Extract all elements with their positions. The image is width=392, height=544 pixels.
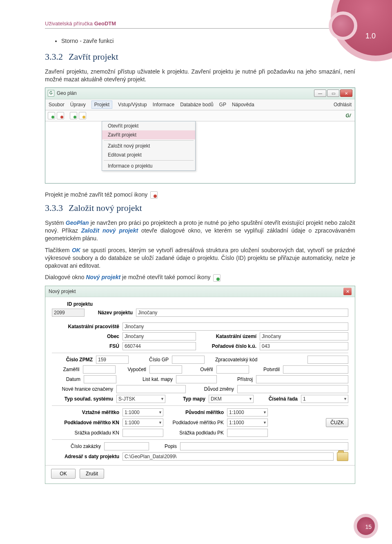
toolbar-new-icon[interactable]: [70, 112, 77, 119]
input-obec[interactable]: [122, 332, 196, 340]
chevron-down-icon: ▼: [263, 421, 267, 425]
bullet-list: Storno - zavře funkci: [61, 38, 355, 44]
menu-vstup-vystup[interactable]: Vstup/Výstup: [118, 102, 147, 107]
select-vztmer[interactable]: 1:1000▼: [122, 408, 163, 416]
dropdown-edit-project[interactable]: Editovat projekt: [102, 150, 195, 159]
cancel-button[interactable]: Zrušit: [80, 469, 104, 479]
menu-projekt[interactable]: Projekt: [91, 101, 112, 109]
select-typsour[interactable]: S-JTSK▼: [116, 395, 165, 403]
toolbar-gp-label: G/: [345, 113, 352, 119]
menubar: Soubor Úpravy Projekt Vstup/Výstup Infor…: [45, 99, 355, 110]
chevron-down-icon: ▼: [158, 410, 162, 414]
select-podpk[interactable]: 1:1000▼: [227, 419, 268, 427]
menu-informace[interactable]: Informace: [153, 102, 174, 107]
dialog-close-button[interactable]: ✕: [343, 288, 352, 295]
label-zpmz: Číslo ZPMZ: [52, 357, 93, 363]
label-vypocetl: Vypočetl: [119, 367, 147, 372]
input-zpmz[interactable]: [96, 356, 129, 364]
menu-napoveda[interactable]: Nápověda: [232, 102, 254, 107]
input-zakazka[interactable]: [104, 442, 149, 450]
toolbar: G/: [45, 110, 355, 121]
menu-gp[interactable]: GP: [219, 102, 226, 107]
dropdown-open-project[interactable]: Otevřít projekt: [102, 121, 195, 130]
version-badge: 1.0: [365, 32, 376, 40]
label-srazkn: Srážka podkladu KN: [52, 430, 119, 436]
toolbar-close-icon[interactable]: [57, 112, 64, 119]
input-hranice[interactable]: [116, 385, 186, 393]
label-nazev: Název projektu: [88, 310, 133, 316]
select-puvmer[interactable]: 1:1000▼: [227, 408, 268, 416]
select-typmapy[interactable]: DKM▼: [209, 395, 254, 403]
select-ciselna[interactable]: 1▼: [301, 395, 348, 403]
label-podkn: Podkladové měřítko KN: [52, 420, 119, 425]
dropdown-new-project[interactable]: Založit nový projekt: [102, 141, 195, 150]
menu-odhlasit[interactable]: Odhlásit: [334, 102, 352, 107]
label-adresar: Adresář s daty projektu: [52, 454, 119, 459]
input-porc[interactable]: [260, 342, 348, 350]
input-datum[interactable]: [84, 375, 116, 383]
keyword-geoplan: GeoPlan: [66, 219, 89, 226]
input-popis[interactable]: [180, 442, 348, 450]
ok-button[interactable]: OK: [51, 469, 76, 479]
input-fsu[interactable]: [122, 342, 196, 350]
folder-browse-icon[interactable]: [337, 452, 348, 461]
cuzk-button[interactable]: ČUZK: [326, 418, 348, 427]
window-buttons: — ▭ ✕: [314, 90, 352, 97]
menu-upravy[interactable]: Úpravy: [70, 102, 86, 107]
minimize-button[interactable]: —: [314, 90, 326, 97]
paragraph: Projekt je možné zavřít též pomocí ikony: [45, 191, 355, 199]
dropdown-close-project[interactable]: Zavřít projekt: [102, 130, 195, 139]
label-datum: Datum: [52, 376, 80, 382]
input-zprkod[interactable]: [307, 356, 348, 364]
toolbar-open-icon[interactable]: [48, 112, 55, 119]
input-srazpk[interactable]: [227, 429, 268, 437]
input-kp[interactable]: [122, 322, 348, 331]
section-heading-333: 3.3.3Založit nový projekt: [45, 203, 355, 213]
input-nazev[interactable]: [136, 309, 348, 317]
input-gp[interactable]: [172, 356, 205, 364]
label-obec: Obec: [52, 334, 119, 339]
input-srazkn[interactable]: [122, 429, 163, 437]
doc-header: Uživatelská příručka GeoDTM: [45, 20, 355, 29]
menu-soubor[interactable]: Soubor: [49, 102, 65, 107]
app-icon: G: [48, 90, 54, 96]
input-vypocetl[interactable]: [149, 365, 182, 374]
label-puvmer: Původní měřítko: [167, 410, 224, 415]
label-podpk: Podkladové měřítko PK: [167, 420, 224, 425]
menu-databaze[interactable]: Databáze bodů: [180, 102, 213, 107]
label-gp: Číslo GP: [132, 357, 169, 363]
select-podkn[interactable]: 1:1000▼: [122, 419, 163, 427]
bullet-item: Storno - zavře funkci: [61, 38, 355, 44]
section-title: Zavřít projekt: [69, 51, 118, 62]
dialog-footer: OK Zrušit: [45, 466, 355, 484]
label-ku: Katastrální území: [199, 334, 256, 339]
label-zakazka: Číslo zakázky: [52, 443, 101, 449]
label-vztmer: Vztažné měřítko: [52, 410, 119, 415]
input-listmap[interactable]: [176, 375, 217, 383]
input-pristroj[interactable]: [256, 375, 348, 383]
chevron-down-icon: ▼: [343, 397, 347, 401]
input-ku[interactable]: [260, 332, 348, 340]
close-button[interactable]: ✕: [340, 90, 352, 97]
input-duvod[interactable]: [237, 385, 348, 393]
maximize-button[interactable]: ▭: [327, 90, 339, 97]
toolbar-edit-icon[interactable]: [79, 112, 86, 119]
input-zameril[interactable]: [83, 365, 116, 374]
label-ciselna: Číselná řada: [257, 396, 298, 402]
paragraph: Zavření projektu, znemožní přístup uživa…: [45, 68, 355, 83]
label-typmapy: Typ mapy: [169, 396, 205, 402]
dropdown-project-info[interactable]: Informace o projektu: [102, 161, 195, 170]
keyword-ok: OK: [72, 247, 80, 253]
label-kp: Katastrální pracoviště: [52, 324, 119, 329]
new-project-icon: [213, 274, 220, 282]
label-fsu: FSÚ: [52, 343, 119, 349]
label-listmap: List kat. mapy: [120, 376, 173, 382]
label-potvrdil: Potvrdil: [252, 367, 280, 372]
input-overil[interactable]: [216, 365, 249, 374]
label-zameril: Zaměřil: [52, 367, 80, 372]
input-adresar[interactable]: [122, 452, 334, 461]
projekt-dropdown: Otevřít projekt Zavřít projekt Založit n…: [102, 121, 196, 171]
keyword-zalozit: Založit nový projekt: [81, 227, 138, 234]
input-potvrdil[interactable]: [283, 365, 348, 374]
section-heading-332: 3.3.2Zavřít projekt: [45, 51, 355, 62]
